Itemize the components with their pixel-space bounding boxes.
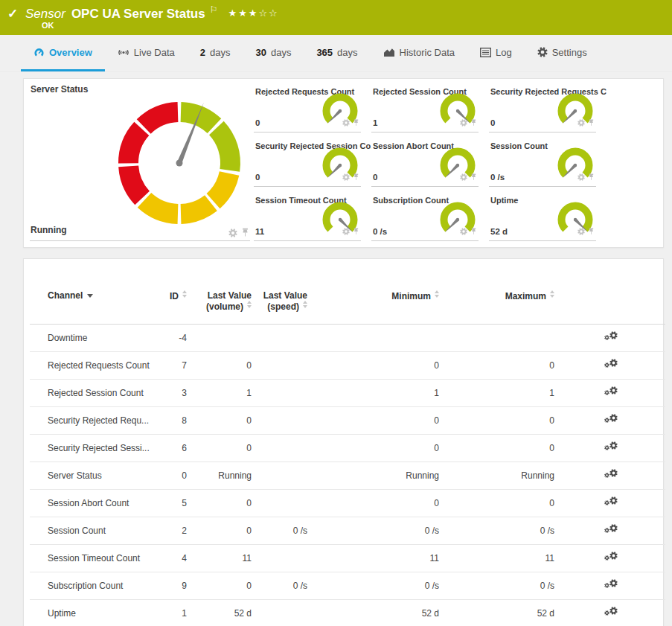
column-header-maximum[interactable]: Maximum — [441, 281, 556, 325]
object-kind-label: Sensor — [25, 7, 65, 21]
gear-icon[interactable] — [460, 225, 467, 238]
channel-settings-button[interactable] — [556, 407, 665, 435]
star-empty-icon[interactable]: ☆ — [258, 7, 269, 19]
pin-icon[interactable] — [588, 170, 595, 184]
pin-icon[interactable] — [470, 116, 477, 130]
tab-label: Live Data — [134, 47, 175, 58]
cell-last_value_volume: 52 d — [188, 600, 253, 626]
cell-id: 0 — [156, 462, 188, 490]
column-label: ID — [170, 291, 179, 301]
star-filled-icon[interactable]: ★ — [228, 7, 238, 19]
mini-gauge-cell[interactable]: Security Rejected Session Co...0 — [254, 137, 371, 191]
tab-log[interactable]: Log — [467, 35, 525, 71]
table-row: Downtime-4 — [30, 325, 665, 352]
column-header-last_value_speed[interactable]: Last Value (speed) — [253, 281, 309, 325]
main-gauge-value: Running — [31, 225, 67, 235]
column-header-channel[interactable]: Channel — [30, 281, 156, 325]
cell-last_value_volume: 0 — [188, 490, 253, 517]
mini-gauge-actions — [577, 116, 595, 130]
tab-365-days[interactable]: 365days — [304, 35, 370, 71]
mini-gauge-cell[interactable]: Session Timeout Count11 — [254, 191, 371, 246]
mini-gauge-cell[interactable]: Session Count0 /s — [489, 137, 607, 191]
gear-icon[interactable] — [342, 170, 350, 184]
table-row: Rejected Requests Count7000 — [30, 352, 665, 380]
gear-icon[interactable] — [228, 227, 237, 240]
gear-icon[interactable] — [577, 116, 585, 130]
tab-historic-data[interactable]: Historic Data — [371, 35, 467, 71]
star-empty-icon[interactable]: ☆ — [269, 7, 279, 19]
cell-id: 7 — [156, 352, 188, 380]
cell-minimum: 1 — [309, 380, 441, 407]
cell-minimum: 11 — [309, 545, 441, 572]
column-label: Last Value (volume) — [206, 290, 252, 312]
tab-label: days — [210, 47, 230, 58]
channel-gears-icon — [604, 607, 618, 618]
mini-gauge-cell[interactable]: Subscription Count0 /s — [371, 191, 489, 246]
cell-last_value_speed — [253, 545, 309, 572]
mini-gauge-cell[interactable]: Rejected Session Count1 — [371, 83, 489, 137]
table-row: Uptime152 d52 d52 d — [30, 600, 665, 626]
tab-30-days[interactable]: 30days — [243, 35, 304, 71]
flag-icon[interactable]: ⚐ — [210, 4, 218, 15]
column-header-last_value_volume[interactable]: Last Value (volume) — [188, 281, 253, 325]
mini-gauge-cell[interactable]: Security Rejected Requests C...0 — [489, 83, 607, 137]
tab-label: Log — [496, 47, 512, 58]
status-badge: OK — [42, 21, 54, 30]
tab-label: Overview — [49, 47, 92, 58]
gear-icon[interactable] — [577, 170, 585, 184]
channel-settings-button[interactable] — [556, 545, 665, 572]
cell-last_value_volume: 0 — [188, 572, 253, 600]
column-header-id[interactable]: ID — [156, 281, 188, 325]
channel-settings-button[interactable] — [556, 490, 665, 517]
channel-settings-button[interactable] — [556, 517, 665, 545]
tab-overview[interactable]: Overview — [21, 35, 105, 71]
pin-icon[interactable] — [588, 225, 595, 238]
cell-maximum: 52 d — [441, 600, 556, 626]
channel-settings-button[interactable] — [556, 352, 665, 380]
mini-gauge-value: 0 — [490, 118, 495, 127]
mini-gauge-cell[interactable]: Session Abort Count0 — [371, 137, 489, 191]
pin-icon[interactable] — [353, 116, 359, 130]
cell-channel: Session Abort Count — [30, 490, 156, 517]
tab-bar: OverviewLive Data2days30days365daysHisto… — [0, 35, 672, 72]
cell-minimum: 0 — [309, 407, 441, 435]
gear-icon[interactable] — [460, 170, 467, 184]
tab-settings[interactable]: Settings — [525, 35, 600, 71]
star-filled-icon[interactable]: ★ — [249, 7, 259, 19]
log-icon — [480, 48, 491, 57]
channel-settings-button[interactable] — [556, 325, 665, 352]
cell-last_value_speed — [253, 407, 309, 435]
cell-last_value_volume: 0 — [188, 407, 253, 435]
channel-settings-button[interactable] — [556, 380, 665, 407]
pin-icon[interactable] — [470, 170, 477, 184]
gear-icon[interactable] — [577, 225, 585, 238]
mini-gauge-cell[interactable]: Rejected Requests Count0 — [254, 83, 371, 137]
pin-icon[interactable] — [353, 170, 359, 184]
gear-icon[interactable] — [460, 116, 467, 130]
cell-channel: Server Status — [30, 462, 156, 490]
tab-label: Settings — [552, 47, 587, 58]
channel-settings-button[interactable] — [556, 462, 665, 490]
sensor-header: ✓ SensorOPC UA Server Status⚐★★★☆☆ OK — [0, 0, 672, 35]
pin-icon[interactable] — [353, 225, 359, 238]
divider — [30, 240, 250, 241]
tab-live-data[interactable]: Live Data — [105, 35, 188, 71]
channel-gears-icon — [604, 359, 618, 370]
pin-icon[interactable] — [588, 116, 595, 130]
star-filled-icon[interactable]: ★ — [238, 7, 249, 19]
column-header-minimum[interactable]: Minimum — [309, 281, 441, 325]
channel-settings-button[interactable] — [556, 600, 665, 626]
pin-icon[interactable] — [470, 225, 477, 238]
mini-gauge-cell[interactable]: Uptime52 d — [489, 191, 607, 246]
gear-icon[interactable] — [342, 225, 350, 238]
cell-maximum: 0 — [441, 352, 556, 380]
column-header-actions — [556, 281, 665, 325]
pin-icon[interactable] — [241, 227, 249, 240]
channel-settings-button[interactable] — [556, 572, 665, 600]
tab-2-days[interactable]: 2days — [188, 35, 243, 71]
cell-id: 1 — [156, 600, 188, 626]
gear-icon[interactable] — [342, 116, 350, 130]
priority-stars[interactable]: ★★★☆☆ — [228, 7, 278, 19]
channel-settings-button[interactable] — [556, 435, 665, 462]
channel-gears-icon — [604, 331, 618, 342]
